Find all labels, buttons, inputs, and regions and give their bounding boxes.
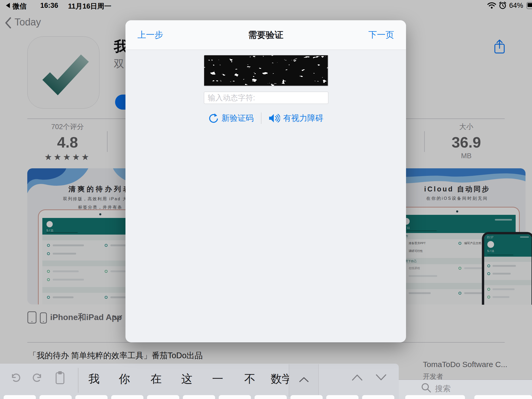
- refresh-captcha-button[interactable]: 新验证码: [208, 113, 254, 124]
- candidate-word[interactable]: 我: [89, 371, 100, 387]
- chevron-down-icon[interactable]: [376, 374, 387, 381]
- undo-icon[interactable]: [9, 372, 21, 384]
- paste-icon[interactable]: [55, 370, 66, 385]
- audio-captcha-button[interactable]: 有视力障碍: [269, 113, 323, 124]
- keyboard-key[interactable]: [183, 395, 215, 399]
- keyboard-key[interactable]: [362, 395, 394, 399]
- keyboard-key[interactable]: [39, 395, 72, 399]
- redo-icon[interactable]: [32, 372, 44, 384]
- keyboard-candidate-bar: [0, 364, 399, 399]
- keyboard-key[interactable]: [405, 395, 465, 399]
- search-placeholder[interactable]: 搜索: [435, 383, 451, 394]
- refresh-icon: [208, 113, 218, 123]
- divider: [78, 368, 78, 393]
- modal-title: 需要验证: [125, 20, 406, 49]
- keyboard-key[interactable]: [474, 395, 532, 399]
- refresh-label: 新验证码: [222, 113, 254, 124]
- candidate-word[interactable]: 不: [244, 371, 256, 387]
- modal-next-button[interactable]: 下一页: [368, 20, 394, 49]
- keyboard-key[interactable]: [290, 395, 323, 399]
- keyboard-key[interactable]: [75, 395, 108, 399]
- keyboard-key[interactable]: [326, 395, 358, 399]
- candidate-word[interactable]: 一: [212, 371, 223, 387]
- keyboard-key[interactable]: [219, 395, 251, 399]
- modal-header: 上一步 需要验证 下一页: [125, 20, 406, 50]
- captcha-input[interactable]: [204, 92, 328, 104]
- audio-label: 有视力障碍: [283, 113, 323, 124]
- keyboard-key[interactable]: [255, 395, 287, 399]
- candidate-word[interactable]: 你: [119, 371, 130, 387]
- verification-modal: 上一步 需要验证 下一页: [125, 20, 406, 342]
- keyboard-key[interactable]: [111, 395, 143, 399]
- keyboard-key[interactable]: [147, 395, 179, 399]
- screen: 微信 16:36 11月16日周一 64%: [0, 0, 532, 399]
- keyboard-key[interactable]: [4, 395, 36, 399]
- candidate-expand-cell[interactable]: [289, 364, 319, 397]
- chevron-up-small-icon: [299, 377, 309, 382]
- search-icon: [421, 382, 432, 393]
- divider: [261, 112, 262, 124]
- candidate-word[interactable]: 在: [151, 371, 162, 387]
- captcha-image: [204, 55, 328, 86]
- speaker-icon: [269, 114, 280, 123]
- chevron-up-icon[interactable]: [352, 374, 363, 381]
- candidate-word[interactable]: 这: [181, 371, 192, 387]
- captcha-actions: 新验证码 有视力障碍: [125, 112, 406, 124]
